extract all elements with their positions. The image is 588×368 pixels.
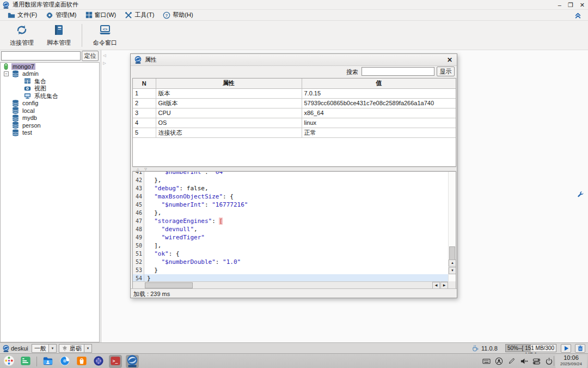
dialog-search-input[interactable]	[362, 67, 434, 76]
toolbar-button-1[interactable]: 连接管理	[3, 22, 40, 49]
code-line-47[interactable]: 47 "storageEngines": [	[133, 217, 448, 225]
code-line-53[interactable]: 53 }	[133, 266, 448, 274]
horizontal-scrollbar[interactable]: ◀ ▶	[133, 281, 448, 289]
tree-item-admin[interactable]: −admin	[1, 70, 99, 78]
code-line-48[interactable]: 48 "devnull",	[133, 225, 448, 233]
table-row[interactable]: 3CPUx86_64	[133, 108, 456, 118]
code-line-50[interactable]: 50 ],	[133, 242, 448, 250]
tray-keyboard-icon[interactable]	[482, 357, 491, 365]
tree-item-test[interactable]: test	[1, 129, 99, 137]
collections-icon	[24, 77, 31, 85]
restore-button[interactable]: ❐	[568, 0, 573, 10]
tree-item-集合[interactable]: 集合	[1, 77, 99, 85]
locate-button[interactable]: 定位	[82, 51, 99, 61]
code-line-54[interactable]: 54}	[133, 274, 448, 281]
appstore-icon	[76, 355, 87, 367]
dialog-titlebar[interactable]: 属性 ✕	[131, 54, 457, 66]
chevron-down-icon[interactable]: ▼	[48, 345, 56, 352]
menu-item-4[interactable]: 工具(T)	[120, 10, 158, 21]
code-line-51[interactable]: 51 "ok": {	[133, 250, 448, 258]
toolbar-button-3[interactable]: <>命令窗口	[87, 22, 124, 49]
taskbar-app-dbcs-app[interactable]	[126, 355, 139, 368]
tree-expander-icon[interactable]: −	[4, 71, 9, 76]
code-line-44[interactable]: 44 "maxBsonObjectSize": {	[133, 192, 448, 201]
mode-combo-value: 磨砺	[59, 345, 84, 353]
table-row[interactable]: 2Git版本57939cc60865b0ce431c7e08c2589fa266…	[133, 98, 456, 108]
run-gc-button[interactable]	[561, 344, 571, 353]
line-number: 52	[133, 258, 144, 266]
desktop: 通用数据库管理桌面软件 – ❐ ✕ 文件(F)管理(M)窗口(W)工具(T)?帮…	[0, 0, 588, 368]
taskbar-app-terminal[interactable]: >_	[109, 355, 122, 368]
scroll-up-icon[interactable]: ▲	[449, 260, 456, 267]
tree-item-mongo7[interactable]: mongo7	[1, 63, 99, 70]
code-line-42[interactable]: 42 },	[133, 176, 448, 184]
code-line-52[interactable]: 52 "$numberDouble": "1.0"	[133, 258, 448, 266]
trash-button[interactable]	[575, 344, 585, 353]
menu-item-5[interactable]: ?帮助(H)	[158, 10, 197, 21]
menubar: 文件(F)管理(M)窗口(W)工具(T)?帮助(H)	[0, 10, 588, 21]
line-number: 51	[133, 250, 144, 258]
code-line-49[interactable]: 49 "wiredTiger"	[133, 233, 448, 242]
taskbar-app-files[interactable]	[41, 355, 54, 368]
tree-item-person[interactable]: person	[1, 122, 99, 129]
cell-index: 3	[133, 108, 156, 118]
tray-pen-icon[interactable]	[507, 357, 516, 365]
tray-volume-icon[interactable]	[520, 357, 528, 365]
table-column-header[interactable]: N	[133, 79, 156, 88]
toolbar: 连接管理脚本管理<>命令窗口	[0, 21, 588, 50]
taskbar-app-browser[interactable]	[58, 355, 71, 368]
code-text: },	[144, 176, 162, 184]
table-column-header[interactable]: 属性	[156, 79, 302, 88]
dialog-close-icon[interactable]: ✕	[447, 56, 452, 64]
table-row[interactable]: 4OSlinux	[133, 118, 456, 128]
taskbar-app-launcher[interactable]	[2, 355, 15, 368]
table-row[interactable]: 1版本7.0.15	[133, 88, 456, 98]
code-view[interactable]: 41 "$numberInt": "64"42 },43 "debug": fa…	[133, 172, 448, 281]
clock[interactable]: 10:06 2025/09/24	[555, 354, 587, 368]
taskbar-app-appstore[interactable]	[75, 355, 88, 368]
table-column-header[interactable]: 值	[302, 79, 456, 88]
tree-item-label: 集合	[33, 78, 47, 85]
tray-power-icon[interactable]	[545, 357, 553, 365]
vertical-scrollbar[interactable]: ▲ ▼	[448, 172, 456, 281]
profile-combobox[interactable]: 一般 ▼	[32, 344, 57, 353]
taskbar-app-control-center[interactable]	[92, 355, 105, 368]
mode-combobox[interactable]: 磨砺 ▼	[59, 344, 92, 353]
menu-item-3[interactable]: 窗口(W)	[81, 10, 121, 21]
scroll-down-icon[interactable]: ▼	[449, 267, 456, 274]
line-number: 41	[133, 172, 144, 176]
tray-switch-icon[interactable]	[532, 357, 541, 365]
tray-user-icon[interactable]	[495, 357, 503, 365]
show-button[interactable]: 显示	[437, 67, 455, 76]
menu-item-2[interactable]: 管理(M)	[41, 10, 81, 21]
code-text: "$numberDouble": "1.0"	[144, 258, 241, 266]
h-scroll-thumb[interactable]	[145, 282, 193, 288]
code-line-43[interactable]: 43 "debug": false,	[133, 184, 448, 192]
code-line-41[interactable]: 41 "$numberInt": "64"	[133, 172, 448, 176]
tree-item-视图[interactable]: 视图	[1, 85, 99, 93]
dialog-splitter[interactable]: △ ▽	[132, 167, 456, 171]
taskbar-app-notes[interactable]	[19, 355, 32, 368]
book-icon	[52, 23, 65, 37]
json-code-panel[interactable]: 41 "$numberInt": "64"42 },43 "debug": fa…	[132, 171, 456, 289]
splitter-collapse-icons[interactable]: ◁▷	[102, 52, 107, 67]
collapse-toolbar-icon[interactable]	[574, 11, 583, 20]
wrench-icon[interactable]	[577, 191, 585, 198]
menu-item-1[interactable]: 文件(F)	[3, 10, 41, 21]
tree-item-系统集合[interactable]: 系统集合	[1, 92, 99, 100]
tree-item-config[interactable]: config	[1, 100, 99, 107]
close-button[interactable]: ✕	[580, 0, 585, 10]
code-line-45[interactable]: 45 "$numberInt": "16777216"	[133, 201, 448, 209]
dialog-app-icon	[134, 56, 142, 64]
tools-icon	[125, 11, 132, 19]
code-line-46[interactable]: 46 },	[133, 209, 448, 217]
toolbar-button-2[interactable]: 脚本管理	[40, 22, 77, 49]
table-row[interactable]: 5连接状态正常	[133, 128, 456, 137]
tree-item-local[interactable]: local	[1, 107, 99, 114]
tree-search-input[interactable]	[1, 51, 81, 61]
minimize-button[interactable]: –	[558, 0, 561, 10]
chevron-down-icon[interactable]: ▼	[84, 345, 91, 352]
properties-dialog: 属性 ✕ 搜索 显示 N属性值 1版本7.0.152Git版本57939cc60…	[130, 53, 457, 298]
toolbar-button-label: 连接管理	[10, 39, 34, 47]
tree-item-mydb[interactable]: mydb	[1, 114, 99, 122]
